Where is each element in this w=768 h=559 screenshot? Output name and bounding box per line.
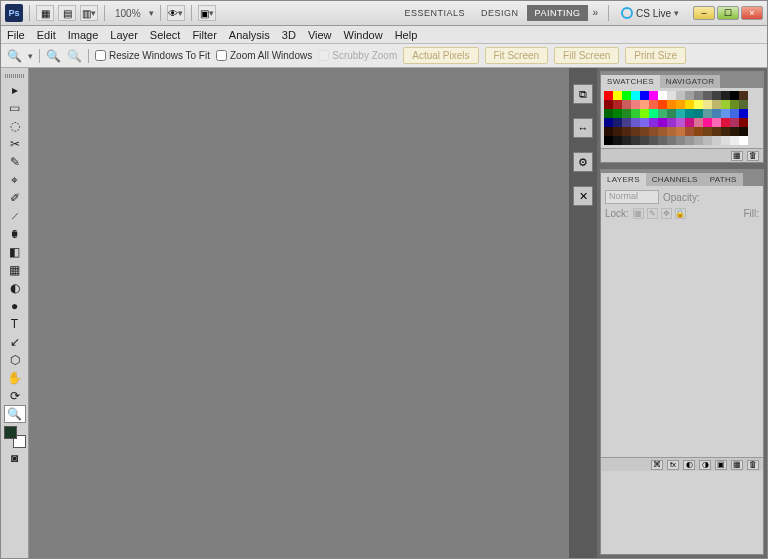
canvas[interactable] [29, 68, 569, 558]
close-button[interactable]: × [741, 6, 763, 20]
swatch[interactable] [658, 109, 667, 118]
swatch[interactable] [640, 100, 649, 109]
tool-3[interactable]: ✂ [4, 135, 26, 153]
swatch[interactable] [676, 100, 685, 109]
swatch[interactable] [631, 127, 640, 136]
dock-icon-1[interactable]: ⧉ [573, 84, 593, 104]
quickmask-icon[interactable]: ◙ [4, 449, 26, 467]
swatch[interactable] [658, 91, 667, 100]
swatch[interactable] [667, 100, 676, 109]
swatch[interactable] [730, 136, 739, 145]
layer-mask-icon[interactable]: ◐ [683, 460, 695, 470]
swatch[interactable] [676, 127, 685, 136]
swatch[interactable] [640, 109, 649, 118]
zoom-in-icon[interactable]: 🔍 [46, 49, 61, 63]
print-size-button[interactable]: Print Size [625, 47, 686, 64]
blend-mode-select[interactable]: Normal [605, 190, 659, 204]
swatch[interactable] [703, 136, 712, 145]
new-swatch-icon[interactable]: ▦ [731, 151, 743, 161]
swatch[interactable] [613, 100, 622, 109]
cslive-button[interactable]: CS Live ▾ [621, 7, 679, 19]
tool-0[interactable]: ▸ [4, 81, 26, 99]
swatch[interactable] [739, 118, 748, 127]
dock-icon-2[interactable]: ↔ [573, 118, 593, 138]
workspace-more-icon[interactable]: » [588, 5, 602, 21]
swatch[interactable] [613, 91, 622, 100]
foreground-color[interactable] [4, 426, 17, 439]
swatch[interactable] [631, 136, 640, 145]
swatch[interactable] [739, 100, 748, 109]
swatch[interactable] [604, 91, 613, 100]
swatch[interactable] [640, 118, 649, 127]
actual-pixels-button[interactable]: Actual Pixels [403, 47, 478, 64]
swatch[interactable] [613, 109, 622, 118]
menu-file[interactable]: File [7, 29, 25, 41]
layer-fx-icon[interactable]: fx [667, 460, 679, 470]
swatch[interactable] [631, 118, 640, 127]
tool-14[interactable]: ↙ [4, 333, 26, 351]
swatch[interactable] [667, 136, 676, 145]
maximize-button[interactable]: ☐ [717, 6, 739, 20]
swatch[interactable] [694, 118, 703, 127]
tab-channels[interactable]: CHANNELS [646, 173, 704, 186]
lock-all-icon[interactable]: 🔒 [675, 208, 686, 219]
swatch[interactable] [703, 127, 712, 136]
swatch[interactable] [604, 109, 613, 118]
swatch[interactable] [604, 136, 613, 145]
swatch[interactable] [730, 109, 739, 118]
workspace-tab-design[interactable]: DESIGN [473, 5, 527, 21]
swatch[interactable] [613, 127, 622, 136]
swatch[interactable] [649, 109, 658, 118]
resize-windows-checkbox[interactable]: Resize Windows To Fit [95, 50, 210, 61]
swatch[interactable] [640, 136, 649, 145]
lock-position-icon[interactable]: ✥ [661, 208, 672, 219]
swatch[interactable] [712, 109, 721, 118]
tool-16[interactable]: ✋ [4, 369, 26, 387]
swatch[interactable] [649, 118, 658, 127]
menu-layer[interactable]: Layer [110, 29, 138, 41]
swatch[interactable] [694, 136, 703, 145]
swatch[interactable] [640, 127, 649, 136]
menu-filter[interactable]: Filter [192, 29, 216, 41]
swatch[interactable] [640, 91, 649, 100]
tool-13[interactable]: T [4, 315, 26, 333]
color-swatch[interactable] [4, 426, 26, 448]
swatch[interactable] [658, 127, 667, 136]
swatch[interactable] [667, 109, 676, 118]
swatch[interactable] [631, 100, 640, 109]
swatch[interactable] [622, 109, 631, 118]
panel-grip[interactable] [5, 74, 25, 78]
tab-paths[interactable]: PATHS [704, 173, 743, 186]
bridge-icon[interactable]: ▦ [36, 5, 54, 21]
swatch[interactable] [712, 136, 721, 145]
fit-screen-button[interactable]: Fit Screen [485, 47, 549, 64]
menu-help[interactable]: Help [395, 29, 418, 41]
swatch[interactable] [658, 118, 667, 127]
zoom-all-checkbox[interactable]: Zoom All Windows [216, 50, 312, 61]
swatch[interactable] [712, 100, 721, 109]
tool-6[interactable]: ✐ [4, 189, 26, 207]
swatch[interactable] [694, 91, 703, 100]
tab-swatches[interactable]: SWATCHES [601, 75, 660, 88]
swatch[interactable] [658, 100, 667, 109]
lock-transparency-icon[interactable]: ▦ [633, 208, 644, 219]
swatch[interactable] [622, 100, 631, 109]
swatch[interactable] [667, 91, 676, 100]
swatch[interactable] [703, 118, 712, 127]
delete-layer-icon[interactable]: 🗑 [747, 460, 759, 470]
arrange-docs-icon[interactable]: ▥ ▾ [80, 5, 98, 21]
tool-9[interactable]: ◧ [4, 243, 26, 261]
link-layers-icon[interactable]: ⌘ [651, 460, 663, 470]
tool-11[interactable]: ◐ [4, 279, 26, 297]
new-layer-icon[interactable]: ▦ [731, 460, 743, 470]
swatch[interactable] [712, 91, 721, 100]
zoom-out-icon[interactable]: 🔍 [67, 49, 82, 63]
tool-17[interactable]: ⟳ [4, 387, 26, 405]
tool-1[interactable]: ▭ [4, 99, 26, 117]
tab-navigator[interactable]: NAVIGATOR [660, 75, 721, 88]
swatch[interactable] [730, 118, 739, 127]
tool-18[interactable]: 🔍 [4, 405, 26, 423]
swatch[interactable] [730, 91, 739, 100]
swatch[interactable] [685, 100, 694, 109]
swatch[interactable] [613, 118, 622, 127]
